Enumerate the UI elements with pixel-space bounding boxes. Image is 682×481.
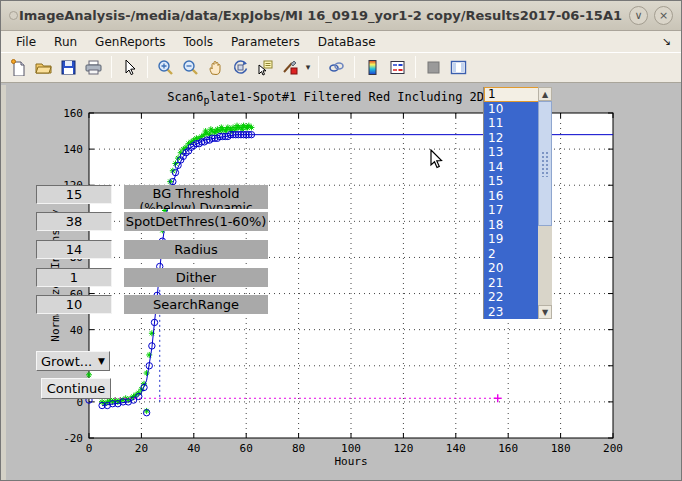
colorbar-icon <box>364 59 381 76</box>
menu-tools[interactable]: Tools <box>174 33 222 51</box>
menu-overflow-icon[interactable]: ↘ <box>662 35 675 48</box>
app-window: ImageAnalysis-/media/data/ExpJobs/MI 16_… <box>0 0 682 481</box>
toolbar-separator <box>111 56 112 78</box>
show-plot-tools-icon <box>450 59 467 76</box>
legend-icon <box>389 59 406 76</box>
open-folder-button[interactable] <box>31 55 56 80</box>
pointer-tool-button[interactable] <box>117 55 142 80</box>
spot-number-listbox: 1 10 11 12 13 14 15 16 17 18 19 2 20 21 … <box>483 87 552 319</box>
search-range-label: SearchRange <box>124 295 268 314</box>
list-item[interactable]: 12 <box>484 131 539 146</box>
toolbar-separator <box>354 56 355 78</box>
svg-text:40: 40 <box>187 442 200 455</box>
list-item[interactable]: 20 <box>484 261 539 276</box>
spot-det-thres-label: SpotDetThres(1-60%) <box>124 212 268 231</box>
list-item[interactable]: 14 <box>484 160 539 175</box>
list-item[interactable]: 18 <box>484 218 539 233</box>
rotate3d-button[interactable] <box>228 55 253 80</box>
list-item[interactable]: 15 <box>484 174 539 189</box>
zoom-out-button[interactable] <box>178 55 203 80</box>
toolbar-separator <box>318 56 319 78</box>
mouse-cursor-icon <box>430 149 444 169</box>
list-item[interactable]: 19 <box>484 232 539 247</box>
svg-text:200: 200 <box>603 442 623 455</box>
save-button[interactable] <box>56 55 81 80</box>
radius-label: Radius <box>124 240 268 259</box>
svg-text:80: 80 <box>292 442 305 455</box>
toolbar-separator <box>147 56 148 78</box>
scroll-up-icon[interactable]: ▲ <box>538 87 552 101</box>
list-item[interactable]: 11 <box>484 116 539 131</box>
svg-text:Scan6plate1-Spot#1 Filtered Re: Scan6plate1-Spot#1 Filtered Red Includin… <box>167 90 534 106</box>
scroll-down-icon[interactable]: ▼ <box>538 305 552 319</box>
brush-button[interactable] <box>278 55 303 80</box>
list-item[interactable]: 17 <box>484 203 539 218</box>
scrollbar-grip <box>541 151 549 177</box>
rotate-3d-icon <box>232 59 249 76</box>
svg-text:120: 120 <box>393 442 413 455</box>
toolbar-separator <box>415 56 416 78</box>
link-plots-button[interactable] <box>324 55 349 80</box>
listbox-scrollbar[interactable]: ▲ ▼ <box>538 87 552 319</box>
insert-colorbar-button[interactable] <box>360 55 385 80</box>
zoom-out-icon <box>182 59 199 76</box>
list-item[interactable]: 16 <box>484 189 539 204</box>
list-item[interactable]: 21 <box>484 276 539 291</box>
zoom-in-icon <box>157 59 174 76</box>
chevron-down-icon: ▼ <box>98 356 105 366</box>
svg-text:0: 0 <box>86 442 93 455</box>
print-button[interactable] <box>81 55 106 80</box>
show-plot-tools-button[interactable] <box>446 55 471 80</box>
scrollbar-thumb[interactable] <box>538 101 552 226</box>
bg-threshold-input[interactable] <box>36 185 112 204</box>
datatip-button[interactable] <box>253 55 278 80</box>
window-menu-icon[interactable] <box>9 11 18 20</box>
window-title: ImageAnalysis-/media/data/ExpJobs/MI 16_… <box>18 8 623 23</box>
datatip-icon <box>257 59 274 76</box>
svg-text:140: 140 <box>63 143 83 156</box>
open-folder-icon <box>35 59 52 76</box>
menu-parameters[interactable]: Parameters <box>222 33 309 51</box>
toolbar: ▾ <box>1 52 681 83</box>
list-item[interactable]: 2 <box>484 247 539 262</box>
menubar: File Run GenReports Tools Parameters Dat… <box>1 31 681 52</box>
svg-text:40: 40 <box>70 324 83 337</box>
pan-tool-button[interactable] <box>203 55 228 80</box>
list-item[interactable]: 23 <box>484 305 539 320</box>
insert-legend-button[interactable] <box>385 55 410 80</box>
radius-input[interactable] <box>36 240 112 259</box>
svg-text:180: 180 <box>551 442 571 455</box>
spot-det-thres-input[interactable] <box>36 212 112 231</box>
new-file-icon <box>10 59 27 76</box>
link-icon <box>328 59 345 76</box>
menu-database[interactable]: DataBase <box>309 33 385 51</box>
dither-label: Dither <box>124 268 268 287</box>
zoom-in-button[interactable] <box>153 55 178 80</box>
svg-text:Hours: Hours <box>334 455 367 468</box>
list-item[interactable]: 10 <box>484 102 539 117</box>
new-file-button[interactable] <box>6 55 31 80</box>
dither-input[interactable] <box>36 268 112 287</box>
figure-area: 020406080100120140160180200-200204060801… <box>1 85 682 481</box>
brush-dropdown-icon[interactable]: ▾ <box>303 62 313 72</box>
continue-button[interactable]: Continue <box>41 378 111 399</box>
list-item[interactable]: 22 <box>484 290 539 305</box>
brush-icon <box>282 59 299 76</box>
hide-plot-tools-icon <box>425 59 442 76</box>
list-item[interactable]: 1 <box>484 87 539 102</box>
growth-mode-dropdown[interactable]: Growt... ▼ <box>36 351 110 371</box>
close-button[interactable]: × <box>654 6 673 25</box>
menu-file[interactable]: File <box>7 33 45 51</box>
pan-hand-icon <box>207 59 224 76</box>
svg-text:140: 140 <box>446 442 466 455</box>
search-range-input[interactable] <box>36 295 112 314</box>
svg-text:160: 160 <box>498 442 518 455</box>
svg-text:-20: -20 <box>63 432 83 445</box>
hide-plot-tools-button[interactable] <box>421 55 446 80</box>
list-item[interactable]: 13 <box>484 145 539 160</box>
bg-threshold-label: BG Threshold (%below) Dynamic <box>124 185 268 209</box>
save-icon <box>60 59 77 76</box>
menu-run[interactable]: Run <box>45 33 86 51</box>
menu-genreports[interactable]: GenReports <box>86 33 174 51</box>
minimize-button[interactable]: ∨ <box>629 6 648 25</box>
